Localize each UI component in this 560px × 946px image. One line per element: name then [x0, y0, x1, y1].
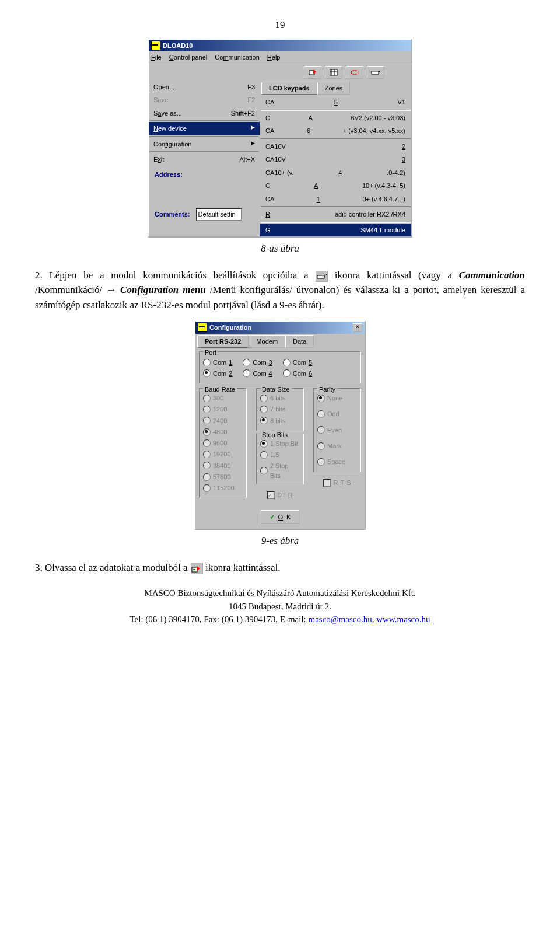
menu-new-device[interactable]: New device▶ — [149, 122, 260, 135]
tool-disk-icon[interactable] — [346, 66, 363, 79]
menu-save: SaveF2 — [149, 93, 260, 107]
svg-line-9 — [324, 274, 327, 277]
radio-9600: 9600 — [203, 438, 227, 448]
port-group: Port Com 1 Com 3 Com 5 Com 2 Com 4 Com 6 — [199, 351, 361, 383]
radio-2400: 2400 — [203, 416, 227, 426]
submenu-pane: LCD keypads Zones CA5V1 CA6V2 (v2.00 - v… — [260, 81, 411, 237]
menu-help[interactable]: Help — [267, 54, 281, 61]
menu-exit[interactable]: ExitAlt+X — [149, 153, 260, 166]
menu-saveas[interactable]: Save as...Shift+F2 — [149, 107, 260, 120]
radio-com4[interactable]: Com 4 — [243, 369, 272, 379]
tool-modem-icon[interactable] — [367, 66, 384, 79]
app-icon — [198, 323, 207, 332]
radio-com2[interactable]: Com 2 — [203, 369, 232, 379]
ok-button[interactable]: ✓OK — [261, 510, 300, 525]
submenu-ca10plus-46[interactable]: CA10+ (v.4.6,4.7...) — [260, 193, 411, 206]
svg-rect-11 — [193, 569, 195, 570]
titlebar: DLOAD10 — [149, 40, 411, 52]
footer-email[interactable]: masco@masco.hu — [308, 615, 372, 624]
radio-com6[interactable]: Com 6 — [283, 369, 312, 379]
radio-none: None — [317, 393, 342, 403]
radio-57600: 57600 — [203, 472, 231, 482]
datasize-group: Data Size 6 bits 7 bits 8 bits — [256, 388, 304, 431]
radio-6bits: 6 bits — [260, 393, 285, 403]
svg-rect-8 — [317, 275, 324, 278]
radio-4800: 4800 — [203, 427, 227, 437]
radio-mark: Mark — [317, 441, 341, 451]
comments-label: Comments: — [155, 210, 190, 219]
comments-field[interactable]: Default settin — [196, 208, 242, 221]
radio-15stop: 1.5 — [260, 450, 279, 460]
baud-group: Baud Rate 300 1200 2400 4800 9600 19200 … — [199, 388, 247, 498]
radio-com1[interactable]: Com 1 — [203, 358, 232, 368]
submenu-ca10plus-43[interactable]: CA10+ (v.4.3-4. 5) — [260, 179, 411, 193]
configuration-window: Configuration × Port RS-232 Modem Data P… — [194, 320, 366, 530]
radio-space: Space — [317, 457, 345, 467]
figure-9-caption: 9-es ábra — [35, 533, 525, 549]
menu-configuration[interactable]: Configuration▶ — [149, 138, 260, 151]
checkbox-rts: RTS — [323, 478, 351, 488]
radio-7bits: 7 bits — [260, 404, 285, 414]
svg-rect-5 — [351, 71, 358, 74]
submenu-ca10v3[interactable]: CA10V3 — [260, 153, 411, 166]
config-title: Configuration — [209, 323, 251, 333]
menu-open[interactable]: Open...F3 — [149, 81, 260, 94]
submenu-ca6v2[interactable]: CA6V2 (v2.00 - v3.03) — [260, 111, 411, 125]
submenu-ca10v2[interactable]: CA10V2 — [260, 140, 411, 153]
submenu-ca6plus[interactable]: CA6+ (v3.04, v4.xx, v5.xx) — [260, 124, 411, 138]
submenu-gsm4lt[interactable]: GSM4/LT module — [260, 224, 411, 237]
menu-controlpanel[interactable]: Control panel — [169, 54, 207, 61]
tab-modem[interactable]: Modem — [249, 335, 285, 348]
dload10-window: DLOAD10 File Control panel Communication… — [148, 39, 412, 238]
close-icon[interactable]: × — [353, 323, 362, 332]
svg-rect-6 — [372, 71, 379, 74]
radio-2stop: 2 Stop Bits — [260, 461, 300, 480]
stopbits-group: Stop Bits 1 Stop Bit 1.5 2 Stop Bits — [256, 434, 304, 485]
tab-data[interactable]: Data — [285, 335, 314, 348]
menu-file[interactable]: File — [151, 54, 162, 61]
tab-lcd-keypads[interactable]: LCD keypads — [261, 82, 317, 95]
tool-read-icon[interactable] — [304, 66, 321, 79]
radio-even: Even — [317, 425, 342, 435]
submenu-ca5v1[interactable]: CA5V1 — [260, 96, 411, 109]
tab-zones[interactable]: Zones — [317, 82, 351, 95]
menu-communication[interactable]: Communication — [215, 54, 259, 61]
titlebar-config: Configuration × — [195, 322, 365, 334]
radio-com5[interactable]: Com 5 — [283, 358, 312, 368]
read-icon-inline — [190, 563, 203, 574]
modem-icon-inline — [315, 270, 328, 282]
footer: MASCO Biztonságtechnikai és Nyílászáró A… — [35, 587, 525, 626]
check-icon: ✓ — [270, 512, 275, 522]
paragraph-3: 3. Olvassa el az adatokat a modulból a i… — [35, 560, 525, 575]
tool-keypad-icon[interactable] — [325, 66, 342, 79]
app-icon — [151, 41, 160, 50]
address-label: Address: — [155, 170, 254, 180]
menubar[interactable]: File Control panel Communication Help — [149, 51, 411, 64]
radio-1200: 1200 — [203, 404, 227, 414]
submenu-ca10plus-40[interactable]: CA10+ (v.4.0-4.2) — [260, 166, 411, 180]
radio-300: 300 — [203, 393, 223, 403]
footer-site[interactable]: www.masco.hu — [376, 615, 430, 624]
page-number: 19 — [35, 18, 525, 33]
file-dropdown: Open...F3 SaveF2 Save as...Shift+F2 New … — [149, 81, 260, 237]
toolbar — [149, 64, 411, 81]
paragraph-2: 2. Lépjen be a modul kommunikációs beáll… — [35, 268, 525, 313]
radio-115200: 115200 — [203, 483, 235, 493]
radio-1stop: 1 Stop Bit — [260, 439, 298, 449]
figure-8-caption: 8-as ábra — [35, 241, 525, 256]
radio-com3[interactable]: Com 3 — [243, 358, 272, 368]
parity-group: Parity None Odd Even Mark Space — [313, 388, 361, 472]
tab-port-rs232[interactable]: Port RS-232 — [197, 335, 249, 348]
svg-rect-1 — [330, 69, 337, 75]
radio-38400: 38400 — [203, 461, 231, 471]
checkbox-dtr: DTR — [267, 490, 293, 500]
window-title: DLOAD10 — [163, 41, 192, 51]
radio-19200: 19200 — [203, 449, 231, 459]
radio-8bits: 8 bits — [260, 416, 285, 426]
radio-odd: Odd — [317, 409, 340, 419]
submenu-radio-rx[interactable]: Radio controller RX2 /RX4 — [260, 208, 411, 221]
